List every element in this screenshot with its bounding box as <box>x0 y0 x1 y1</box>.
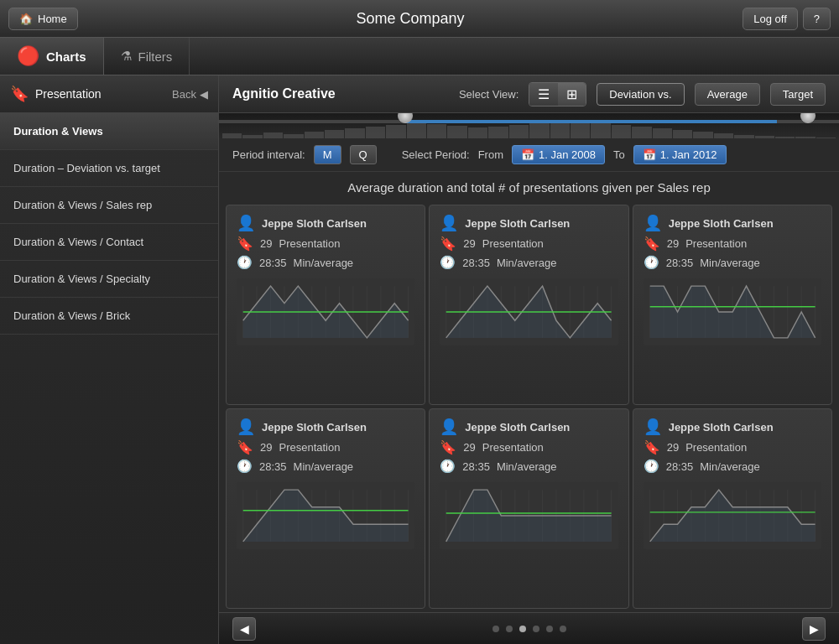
card-chart-2 <box>644 278 821 396</box>
sidebar-item-label: Duration & Views / Sales rep <box>13 199 152 211</box>
card-chart-4 <box>440 482 618 600</box>
clock-icon: 🕐 <box>440 255 456 270</box>
person-name: Jeppe Sloth Carlsen <box>262 421 367 434</box>
period-q-button[interactable]: Q <box>350 145 377 164</box>
person-icon: 👤 <box>644 418 662 436</box>
clock-icon: 🕐 <box>237 255 253 270</box>
sidebar-item-sales-rep[interactable]: Duration & Views / Sales rep <box>0 187 218 224</box>
clock-icon: 🕐 <box>644 459 659 474</box>
duration-value: 28:35 <box>259 257 287 269</box>
grid-view-button[interactable]: ⊞ <box>558 83 586 106</box>
sidebar-item-specialty[interactable]: Duration & Views / Specialty <box>0 261 218 298</box>
person-name: Jeppe Sloth Carlsen <box>669 217 774 230</box>
chart-heading: Average duration and total # of presenta… <box>219 172 839 201</box>
card-person-5: 👤 Jeppe Sloth Carlsen <box>644 418 821 436</box>
target-button[interactable]: Target <box>770 83 826 106</box>
card-person-3: 👤 Jeppe Sloth Carlsen <box>237 418 414 436</box>
card-duration-5: 🕐 28:35 Min/average <box>644 459 821 474</box>
filters-nav-item[interactable]: ⚗ Filters <box>104 38 190 75</box>
charts-nav-item[interactable]: 🔴 Charts <box>0 38 104 75</box>
card-chart-1 <box>440 278 618 396</box>
filter-icon: ⚗ <box>121 49 132 64</box>
pagination-dot-2[interactable] <box>519 626 526 632</box>
home-button[interactable]: 🏠 Home <box>8 8 78 30</box>
sidebar-item-deviation[interactable]: Duration – Deviation vs. target <box>0 150 218 187</box>
average-button[interactable]: Average <box>695 83 760 106</box>
sidebar-item-duration-views[interactable]: Duration & Views <box>0 113 218 150</box>
next-button[interactable]: ▶ <box>802 617 826 641</box>
presentations-label: Presentation <box>279 441 340 454</box>
bookmark-icon: 🔖 <box>440 439 456 455</box>
duration-value: 28:35 <box>666 257 694 269</box>
card-duration-1: 🕐 28:35 Min/average <box>440 255 618 270</box>
presentations-label: Presentation <box>482 441 544 454</box>
card-person-2: 👤 Jeppe Sloth Carlsen <box>644 214 821 232</box>
chart-svg-3 <box>237 482 414 549</box>
sidebar-item-label: Duration & Views / Contact <box>13 236 143 248</box>
back-label: Back <box>172 88 196 101</box>
person-icon: 👤 <box>237 418 255 436</box>
duration-label: Min/average <box>294 460 354 473</box>
presentations-count: 29 <box>667 441 679 454</box>
clock-icon: 🕐 <box>237 459 253 474</box>
logoff-button[interactable]: Log off <box>743 8 798 30</box>
card-presentations-2: 🔖 29 Presentation <box>644 236 821 252</box>
prev-button[interactable]: ◀ <box>232 617 256 641</box>
duration-label: Min/average <box>294 257 354 269</box>
cards-grid: 👤 Jeppe Sloth Carlsen 🔖 29 Presentation … <box>226 205 832 609</box>
duration-value: 28:35 <box>462 257 490 269</box>
calendar-to-icon: 📅 <box>643 148 656 161</box>
chart-svg-1 <box>440 278 618 345</box>
sidebar-item-contact[interactable]: Duration & Views / Contact <box>0 224 218 261</box>
card-1: 👤 Jeppe Sloth Carlsen 🔖 29 Presentation … <box>429 205 628 405</box>
navbar: 🔴 Charts ⚗ Filters <box>0 38 839 75</box>
presentations-count: 29 <box>260 237 272 250</box>
sidebar-item-brick[interactable]: Duration & Views / Brick <box>0 298 218 335</box>
sidebar-item-label: Duration – Deviation vs. target <box>13 162 160 174</box>
chart-svg-0 <box>237 278 414 345</box>
from-label: From <box>478 148 503 161</box>
person-icon: 👤 <box>644 214 662 232</box>
card-3: 👤 Jeppe Sloth Carlsen 🔖 29 Presentation … <box>226 408 425 609</box>
to-label: To <box>613 148 625 161</box>
bookmark-icon: 🔖 <box>237 439 253 455</box>
help-button[interactable]: ? <box>803 8 831 30</box>
charts-icon: 🔴 <box>17 45 39 67</box>
sidebar: 🔖 Presentation Back ◀ Duration & Views D… <box>0 75 219 644</box>
duration-label: Min/average <box>497 460 557 473</box>
pagination-dot-3[interactable] <box>533 626 539 632</box>
slider-track <box>219 120 839 123</box>
calendar-from-icon: 📅 <box>521 148 534 161</box>
card-duration-0: 🕐 28:35 Min/average <box>237 255 414 270</box>
presentations-count: 29 <box>667 237 679 250</box>
presentations-label: Presentation <box>482 237 544 250</box>
presentations-label: Presentation <box>685 237 747 250</box>
deviation-vs-button[interactable]: Deviation vs. <box>597 83 684 106</box>
card-chart-0 <box>237 278 414 396</box>
list-view-button[interactable]: ☰ <box>529 83 558 106</box>
pagination-dot-1[interactable] <box>506 626 513 632</box>
from-date-button[interactable]: 📅 1. Jan 2008 <box>512 145 605 164</box>
back-button[interactable]: Back ◀ <box>172 88 208 101</box>
range-slider[interactable] <box>219 113 839 138</box>
clock-icon: 🕐 <box>440 459 456 474</box>
pagination-dot-4[interactable] <box>546 626 553 632</box>
duration-label: Min/average <box>700 460 760 473</box>
bookmark-icon: 🔖 <box>440 236 456 252</box>
pagination-dot-5[interactable] <box>560 626 566 632</box>
card-5: 👤 Jeppe Sloth Carlsen 🔖 29 Presentation … <box>633 408 832 609</box>
charts-label: Charts <box>46 49 86 64</box>
bookmark-icon: 🔖 <box>237 236 253 252</box>
cards-area: 👤 Jeppe Sloth Carlsen 🔖 29 Presentation … <box>219 201 839 612</box>
main-content: Agnitio Creative Select View: ☰ ⊞ Deviat… <box>219 75 839 644</box>
from-date-label: 1. Jan 2008 <box>539 148 596 161</box>
bookmark-icon: 🔖 <box>644 236 660 252</box>
card-person-1: 👤 Jeppe Sloth Carlsen <box>440 214 618 232</box>
person-name: Jeppe Sloth Carlsen <box>262 217 367 230</box>
presentations-count: 29 <box>463 441 475 454</box>
card-2: 👤 Jeppe Sloth Carlsen 🔖 29 Presentation … <box>633 205 832 405</box>
to-date-button[interactable]: 📅 1. Jan 2012 <box>633 145 727 164</box>
period-m-button[interactable]: M <box>314 145 341 164</box>
card-presentations-1: 🔖 29 Presentation <box>440 236 618 252</box>
pagination-dot-0[interactable] <box>492 626 499 632</box>
